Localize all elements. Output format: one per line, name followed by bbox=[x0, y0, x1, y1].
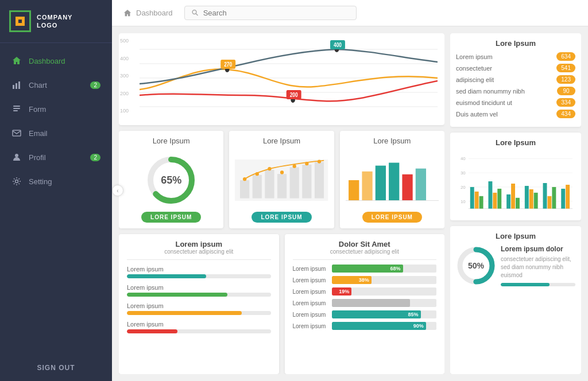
svg-rect-6 bbox=[13, 130, 21, 136]
hbar-label-3: Lorem ipsum bbox=[293, 300, 328, 306]
svg-rect-43 bbox=[362, 172, 372, 201]
sidebar-item-chart[interactable]: Chart 2 bbox=[0, 73, 112, 97]
svg-rect-1 bbox=[16, 83, 17, 89]
list-item-5: Duis autem vel 434 bbox=[456, 110, 575, 118]
right-bar-title: Lore Ipsum bbox=[456, 138, 575, 147]
svg-rect-74 bbox=[566, 185, 570, 209]
list-label-5: Duis autem vel bbox=[456, 111, 498, 118]
list-item-0: Lorem ipsum 634 bbox=[456, 52, 575, 61]
svg-text:40: 40 bbox=[461, 156, 466, 161]
svg-text:20: 20 bbox=[461, 185, 466, 190]
svg-text:270: 270 bbox=[224, 61, 232, 68]
sidebar-item-setting[interactable]: Setting bbox=[0, 169, 112, 193]
progress-track-0 bbox=[127, 274, 271, 278]
svg-text:10: 10 bbox=[461, 199, 466, 204]
right-donut-title: Lore Ipsum bbox=[456, 232, 575, 240]
svg-rect-68 bbox=[529, 189, 533, 209]
search-input[interactable] bbox=[203, 9, 349, 17]
topbar: Dashboard bbox=[112, 0, 588, 26]
progress-fill-2 bbox=[127, 311, 242, 315]
breadcrumb-label: Dashboard bbox=[136, 9, 173, 17]
right-bar-card: Lore Ipsum 40 30 20 10 bbox=[450, 133, 581, 220]
svg-rect-71 bbox=[547, 196, 551, 209]
sidebar-item-form[interactable]: Form bbox=[0, 97, 112, 121]
user-icon bbox=[11, 152, 22, 162]
y-label-300: 300 bbox=[120, 73, 129, 79]
list-item-1: consectetuer 541 bbox=[456, 64, 575, 72]
sidebar-item-profil[interactable]: Profil 2 bbox=[0, 145, 112, 169]
svg-rect-31 bbox=[277, 174, 287, 198]
svg-point-37 bbox=[268, 167, 272, 170]
hbar-row-4: Lorem ipsum 85% bbox=[293, 310, 437, 318]
list-label-3: sed diam nonummy nibh bbox=[456, 88, 525, 95]
svg-rect-34 bbox=[315, 162, 324, 198]
dolor-card: Dolor Sit Amet consectetuer adipiscing e… bbox=[285, 234, 445, 374]
hbar-fill-2: 19% bbox=[332, 287, 352, 296]
line2-card-btn[interactable]: LORE IPSUM bbox=[252, 212, 311, 223]
svg-text:200: 200 bbox=[290, 91, 298, 98]
lorem-progress-card: Lorem ipsum consectetuer adipiscing elit… bbox=[119, 234, 279, 374]
nav-menu: Dashboard Chart 2 Form Email bbox=[0, 43, 112, 355]
line2-card: Lore Ipsum bbox=[229, 131, 334, 228]
sidebar-item-email[interactable]: Email bbox=[0, 121, 112, 145]
hbar-label-4: Lorem ipsum bbox=[293, 312, 328, 318]
svg-rect-63 bbox=[497, 189, 501, 209]
donut-sub-text: consectetuer adipiscing elit, sed diam n… bbox=[501, 255, 575, 279]
svg-rect-0 bbox=[13, 85, 14, 89]
sign-out-button[interactable]: SIGN OUT bbox=[0, 355, 112, 381]
svg-rect-59 bbox=[475, 192, 479, 209]
sidebar-label-chart: Chart bbox=[29, 81, 47, 90]
list-item-4: euismod tincidunt ut 334 bbox=[456, 98, 575, 107]
line-chart-card: 500 400 300 200 100 bbox=[119, 33, 444, 125]
sidebar-item-dashboard[interactable]: Dashboard bbox=[0, 49, 112, 73]
hbar-track-5: 90% bbox=[332, 322, 437, 330]
logo-text: COMPANY LOGO bbox=[37, 13, 72, 30]
list-label-0: Lorem ipsum bbox=[456, 53, 493, 60]
right-list-card: Lore Ipsum Lorem ipsum 634 consectetuer … bbox=[450, 33, 581, 127]
list-label-1: consectetuer bbox=[456, 65, 492, 72]
bar-chart-icon bbox=[11, 80, 22, 90]
chart-badge: 2 bbox=[90, 81, 100, 89]
gear-icon bbox=[11, 176, 22, 186]
svg-rect-64 bbox=[506, 195, 510, 209]
progress-track-1 bbox=[127, 293, 271, 297]
list-label-2: adipiscing elit bbox=[456, 76, 494, 83]
sidebar-collapse-button[interactable]: ‹ bbox=[112, 185, 123, 196]
progress-fill-3 bbox=[127, 329, 177, 333]
list-badge-1: 541 bbox=[556, 64, 575, 72]
svg-rect-28 bbox=[240, 180, 249, 199]
svg-rect-47 bbox=[415, 169, 425, 201]
hbar-val-5: 90% bbox=[413, 323, 424, 329]
donut-card-btn[interactable]: LORE IPSUM bbox=[141, 212, 201, 223]
small-donut-value: 50% bbox=[468, 261, 484, 270]
hbar-fill-5: 90% bbox=[332, 322, 426, 330]
list-badge-3: 90 bbox=[557, 87, 575, 95]
search-box[interactable] bbox=[184, 6, 357, 20]
list-badge-2: 123 bbox=[556, 75, 575, 84]
svg-text:30: 30 bbox=[461, 170, 466, 176]
list-label-4: euismod tincidunt ut bbox=[456, 99, 512, 106]
bar-card-btn[interactable]: LORE IPSUM bbox=[362, 212, 422, 223]
breadcrumb-home-icon bbox=[123, 9, 131, 17]
list-badge-0: 634 bbox=[556, 52, 575, 61]
progress-label-2: Lorem ipsum bbox=[127, 302, 271, 309]
donut-card: Lore Ipsum 65% LORE IPSUM bbox=[119, 131, 223, 228]
svg-text:400: 400 bbox=[334, 41, 342, 48]
right-list-items: Lorem ipsum 634 consectetuer 541 adipisc… bbox=[456, 52, 575, 118]
sidebar-label-profil: Profil bbox=[29, 153, 46, 162]
hbar-val-1: 38% bbox=[359, 277, 369, 283]
donut-right-text: Lorem ipsum dolor consectetuer adipiscin… bbox=[501, 245, 575, 286]
svg-rect-29 bbox=[253, 175, 262, 199]
list-badge-5: 434 bbox=[556, 110, 575, 118]
donut-progress-wrap: 50% Lorem ipsum dolor consectetuer adipi… bbox=[456, 245, 575, 286]
sidebar-label-email: Email bbox=[29, 129, 48, 138]
svg-rect-45 bbox=[389, 163, 399, 201]
progress-label-0: Lorem ipsum bbox=[127, 266, 271, 273]
logo-area: COMPANY LOGO bbox=[0, 0, 112, 43]
bar-svg bbox=[346, 154, 439, 206]
svg-rect-3 bbox=[13, 106, 20, 107]
progress-item-0: Lorem ipsum bbox=[127, 266, 271, 278]
lorem-subtitle: consectetuer adipiscing elit bbox=[127, 248, 271, 255]
progress-track-2 bbox=[127, 311, 271, 315]
home-icon bbox=[11, 56, 22, 66]
